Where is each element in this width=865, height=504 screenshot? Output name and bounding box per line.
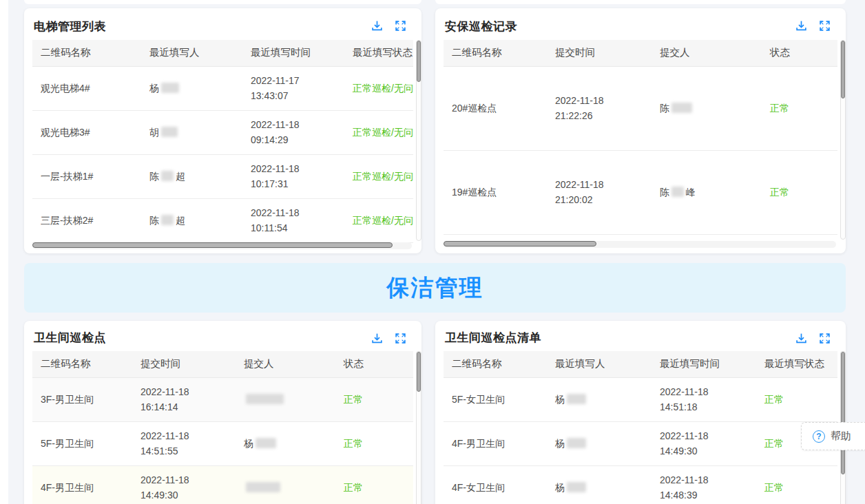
panel-title: 卫生间巡检点 <box>24 321 421 346</box>
table-cell: 2022-11-18 14:48:39 <box>652 465 756 504</box>
toilet-points-table: 二维码名称提交时间提交人状态 3F-男卫生间2022-11-18 16:14:1… <box>32 351 413 504</box>
panel-toilet-list: 卫生间巡检点清单 二维码名称最近填写人最近填写时间最近填写状态 5F-女卫生间杨… <box>435 321 846 504</box>
expand-icon[interactable] <box>819 20 831 32</box>
download-icon[interactable] <box>371 20 383 32</box>
table-cell: 4F-女卫生间 <box>444 465 547 504</box>
table-row[interactable]: 观光电梯3#胡2022-11-18 09:14:29正常巡检/无问题 <box>32 110 413 154</box>
table-header-row: 二维码名称提交时间提交人状态 <box>444 40 837 66</box>
horizontal-scrollbar[interactable] <box>444 241 836 248</box>
column-header: 提交时间 <box>132 351 236 377</box>
table-cell: 2022-11-17 13:43:07 <box>242 66 344 110</box>
table-row[interactable]: 一层-扶梯1#陈超2022-11-18 10:17:31正常巡检/无问题 <box>32 154 413 198</box>
table-cell: 正常 <box>756 465 837 504</box>
expand-icon[interactable] <box>819 333 831 344</box>
expand-icon[interactable] <box>395 20 406 32</box>
table-cell: 杨 <box>547 377 652 421</box>
table-cell: 正常 <box>762 150 837 234</box>
section-banner-title: 保洁管理 <box>387 273 483 304</box>
table-header-row: 二维码名称提交时间提交人状态 <box>32 351 413 377</box>
redacted-text <box>567 438 586 448</box>
redacted-text <box>671 103 692 113</box>
column-header: 最近填写时间 <box>652 351 756 377</box>
table-cell: 三层-扶梯2# <box>32 198 141 242</box>
table-cell: 4F-男卫生间 <box>32 465 132 504</box>
table-cell: 观光电梯4# <box>32 66 141 110</box>
table-cell: 2022-11-18 14:51:55 <box>132 421 236 465</box>
table-row[interactable]: 4F-女卫生间杨2022-11-18 14:48:39正常 <box>444 465 837 504</box>
redacted-text <box>161 127 178 137</box>
scrollbar-thumb[interactable] <box>32 242 393 248</box>
table-row[interactable]: 3F-男卫生间2022-11-18 16:14:14正常 <box>32 377 413 421</box>
column-header: 最近填写人 <box>547 351 652 377</box>
table-cell: 一层-扶梯1# <box>32 154 141 198</box>
table-cell: 19#巡检点 <box>444 150 547 234</box>
table-cell: 5F-男卫生间 <box>32 421 132 465</box>
panel-title: 安保巡检记录 <box>435 8 846 34</box>
scrollbar-thumb[interactable] <box>417 352 421 392</box>
table-row[interactable]: 5F-女卫生间杨2022-11-18 14:51:18正常 <box>444 377 837 421</box>
table-cell: 杨 <box>236 421 335 465</box>
vertical-scrollbar[interactable] <box>416 351 421 504</box>
column-header: 二维码名称 <box>32 351 132 377</box>
column-header: 最近填写时间 <box>242 40 344 66</box>
download-icon[interactable] <box>795 20 807 32</box>
table-row[interactable]: 4F-男卫生间2022-11-18 14:49:30正常 <box>32 465 413 504</box>
table-row[interactable]: 19#巡检点2022-11-18 21:20:02陈峰正常 <box>444 150 837 234</box>
table-cell: 2022-11-18 14:49:30 <box>132 465 236 504</box>
table-row[interactable]: 20#巡检点2022-11-18 21:22:26陈正常 <box>444 66 837 150</box>
download-icon[interactable] <box>795 333 807 344</box>
table-cell: 2022-11-18 10:17:31 <box>242 154 344 198</box>
left-edge-strip <box>0 0 8 504</box>
question-circle-icon: ? <box>813 430 825 443</box>
elevator-table: 二维码名称最近填写人最近填写时间最近填写状态 观光电梯4#杨2022-11-17… <box>32 40 413 243</box>
column-header: 状态 <box>762 40 837 66</box>
table-cell: 陈峰 <box>652 150 762 234</box>
table-cell: 正常 <box>335 465 413 504</box>
scrollbar-thumb[interactable] <box>417 41 421 82</box>
panel-title: 电梯管理列表 <box>24 8 421 34</box>
table-row[interactable]: 4F-男卫生间杨2022-11-18 14:49:30正常 <box>444 421 837 465</box>
redacted-text <box>246 394 284 404</box>
column-header: 提交时间 <box>547 40 652 66</box>
vertical-scrollbar[interactable] <box>840 40 846 240</box>
column-header: 提交人 <box>652 40 762 66</box>
panel-elevator-list: 电梯管理列表 二维码名称最近填写人最近填写时间最近填写状态 观光电梯4#杨202… <box>24 8 421 253</box>
vertical-scrollbar[interactable] <box>416 40 421 241</box>
panel-toilet-points: 卫生间巡检点 二维码名称提交时间提交人状态 3F-男卫生间2022-11-18 … <box>24 321 421 504</box>
column-header: 最近填写状态 <box>344 40 413 66</box>
table-cell: 陈超 <box>141 198 242 242</box>
help-button-label: 帮助 <box>831 430 851 443</box>
column-header: 二维码名称 <box>32 40 141 66</box>
scrollbar-thumb[interactable] <box>841 41 845 98</box>
table-cell: 2022-11-18 14:51:18 <box>652 377 756 421</box>
table-cell: 2022-11-18 21:22:26 <box>547 66 652 150</box>
horizontal-scrollbar[interactable] <box>32 242 412 249</box>
table-cell: 2022-11-18 14:49:30 <box>652 421 756 465</box>
column-header: 二维码名称 <box>444 40 547 66</box>
table-cell: 正常 <box>335 377 413 421</box>
table-header-row: 二维码名称最近填写人最近填写时间最近填写状态 <box>444 351 837 377</box>
expand-icon[interactable] <box>395 333 406 344</box>
panel-security-records: 安保巡检记录 二维码名称提交时间提交人状态 20#巡检点2022-11-18 2… <box>435 8 846 253</box>
table-cell: 2022-11-18 21:20:02 <box>547 150 652 234</box>
table-row[interactable]: 5F-男卫生间2022-11-18 14:51:55杨正常 <box>32 421 413 465</box>
table-row[interactable]: 三层-扶梯2#陈超2022-11-18 10:11:54正常巡检/无问题 <box>32 198 413 242</box>
download-icon[interactable] <box>371 333 383 344</box>
help-button[interactable]: ? 帮助 <box>801 422 865 450</box>
redacted-text <box>256 438 276 448</box>
table-cell <box>236 465 335 504</box>
redacted-text <box>246 482 280 492</box>
table-cell: 4F-男卫生间 <box>444 421 547 465</box>
table-cell: 2022-11-18 09:14:29 <box>242 110 344 154</box>
table-cell: 2022-11-18 10:11:54 <box>242 198 344 242</box>
toilet-list-table: 二维码名称最近填写人最近填写时间最近填写状态 5F-女卫生间杨2022-11-1… <box>444 351 837 504</box>
scrollbar-thumb[interactable] <box>444 241 596 246</box>
panel-above-left-edge <box>24 0 421 4</box>
column-header: 二维码名称 <box>444 351 547 377</box>
table-cell: 20#巡检点 <box>444 66 547 150</box>
table-cell: 3F-男卫生间 <box>32 377 132 421</box>
table-row[interactable]: 观光电梯4#杨2022-11-17 13:43:07正常巡检/无问题 <box>32 66 413 110</box>
table-cell: 正常 <box>335 421 413 465</box>
scrollbar-thumb[interactable] <box>841 352 845 474</box>
table-cell: 陈超 <box>141 154 242 198</box>
